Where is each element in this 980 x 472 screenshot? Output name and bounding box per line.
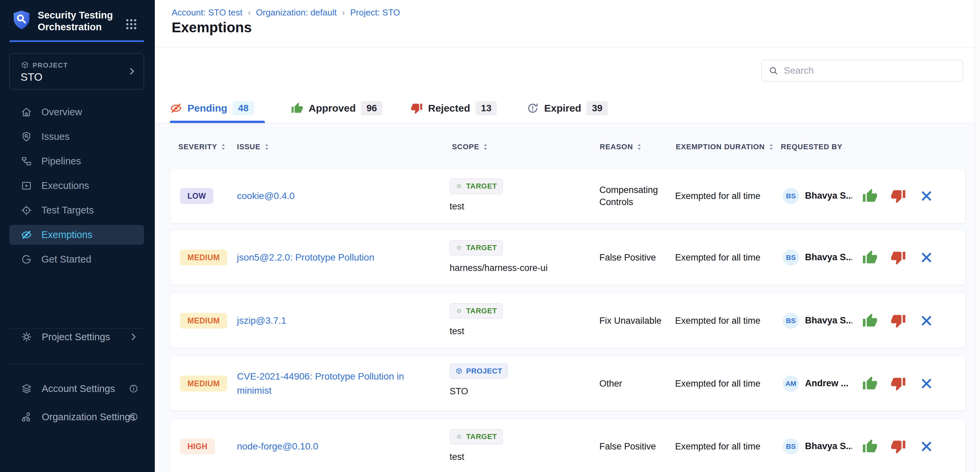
scope-type-badge: TARGET	[450, 179, 503, 194]
sidebar-item-project-settings[interactable]: Project Settings	[10, 327, 144, 347]
issue-link[interactable]: cookie@0.4.0	[237, 189, 434, 203]
requested-by-cell: BS Bhavya S...	[783, 249, 852, 266]
cube-icon	[455, 367, 463, 375]
settings-item-label: Organization Settings	[42, 412, 135, 423]
reject-button[interactable]	[891, 188, 906, 204]
requested-by-cell: BS Bhavya S...	[783, 439, 852, 455]
column-header-severity: SEVERITY	[178, 143, 217, 151]
scope-cell: PROJECT STO	[450, 363, 508, 397]
cancel-request-button[interactable]	[920, 377, 933, 390]
avatar: AM	[783, 375, 799, 392]
sidebar-item-test-targets[interactable]: Test Targets	[10, 200, 144, 220]
tab-rejected[interactable]: Rejected 13	[410, 100, 497, 117]
info-icon[interactable]	[129, 412, 138, 422]
scope-type-label: TARGET	[466, 243, 497, 252]
breadcrumb-account[interactable]: Account: STO test	[172, 7, 243, 18]
sidebar-item-get-started[interactable]: Get Started	[10, 249, 144, 269]
settings-item-label: Project Settings	[42, 331, 110, 342]
org-chart-icon	[21, 411, 32, 423]
tab-expired[interactable]: Expired 39	[527, 100, 608, 117]
breadcrumb-project[interactable]: Project: STO	[350, 7, 400, 18]
scope-type-badge: TARGET	[450, 240, 503, 255]
page-title: Exemptions	[172, 19, 252, 36]
sidebar-item-label: Pipelines	[41, 156, 81, 167]
reject-button[interactable]	[891, 376, 906, 391]
sidebar-item-account-settings[interactable]: Account Settings	[10, 379, 144, 399]
reason-cell: False Positive	[600, 251, 672, 263]
shield-logo-icon	[12, 10, 31, 30]
issue-link[interactable]: node-forge@0.10.0	[237, 439, 434, 453]
cancel-request-button[interactable]	[920, 440, 933, 453]
issue-link[interactable]: jszip@3.7.1	[237, 314, 434, 328]
column-header-exemption-duration: EXEMPTION DURATION	[676, 143, 765, 151]
sidebar-item-label: Get Started	[41, 254, 91, 265]
sidebar-item-label: Test Targets	[41, 205, 94, 216]
project-selector[interactable]: PROJECT STO	[10, 53, 144, 89]
cancel-request-button[interactable]	[920, 190, 933, 203]
target-icon	[455, 433, 463, 440]
pipelines-icon	[21, 156, 32, 167]
tab-count-badge: 13	[476, 101, 497, 115]
search-input[interactable]	[784, 65, 956, 76]
reject-button[interactable]	[891, 439, 906, 454]
cancel-request-button[interactable]	[920, 314, 933, 327]
cancel-request-button[interactable]	[920, 251, 933, 264]
sidebar-item-organization-settings[interactable]: Organization Settings	[10, 407, 144, 427]
project-selector-label: PROJECT	[33, 62, 68, 69]
scope-cell: TARGET test	[450, 179, 503, 212]
scrollbar-track[interactable]	[975, 0, 980, 472]
reject-button[interactable]	[891, 313, 906, 328]
info-icon[interactable]	[129, 383, 138, 394]
app-grid-icon[interactable]	[124, 17, 138, 31]
breadcrumb-organization[interactable]: Organization: default	[256, 7, 337, 18]
scope-name: test	[450, 452, 503, 462]
reject-button[interactable]	[891, 250, 906, 265]
requester-name: Bhavya S...	[805, 252, 852, 263]
sidebar-item-executions[interactable]: Executions	[10, 176, 144, 196]
approve-button[interactable]	[862, 376, 878, 391]
sort-icon[interactable]	[220, 143, 226, 151]
header-divider	[155, 47, 975, 48]
chevron-right-icon	[129, 332, 138, 342]
approve-button[interactable]	[862, 250, 878, 265]
table-row: MEDIUM CVE-2021-44906: Prototype Polluti…	[170, 356, 966, 411]
sidebar-item-exemptions[interactable]: Exemptions	[10, 225, 144, 245]
severity-badge: MEDIUM	[180, 313, 227, 328]
sort-icon[interactable]	[264, 143, 270, 151]
tab-pending[interactable]: Pending 48	[170, 100, 254, 117]
requester-name: Bhavya S...	[805, 441, 852, 451]
approve-button[interactable]	[862, 313, 878, 328]
sort-icon[interactable]	[768, 143, 774, 151]
sidebar-item-overview[interactable]: Overview	[10, 102, 144, 122]
avatar: BS	[783, 188, 799, 204]
scope-type-label: TARGET	[466, 182, 497, 191]
issue-link[interactable]: json5@2.2.0: Prototype Pollution	[237, 250, 434, 265]
scope-type-badge: PROJECT	[450, 363, 508, 379]
sidebar-divider	[10, 364, 144, 364]
sidebar-item-label: Exemptions	[41, 229, 92, 240]
gear-icon	[21, 331, 32, 342]
sidebar-item-issues[interactable]: Issues	[10, 127, 144, 147]
scope-name: test	[450, 201, 503, 212]
project-selector-value: STO	[21, 71, 42, 83]
settings-item-label: Account Settings	[42, 383, 115, 394]
sort-icon[interactable]	[636, 143, 642, 151]
scope-name: test	[450, 326, 503, 337]
tab-label: Approved	[309, 103, 356, 114]
app-brand: Security Testing Orchestration	[12, 10, 122, 33]
approve-button[interactable]	[862, 439, 878, 454]
scope-name: harness/harness-core-ui	[450, 263, 547, 273]
breadcrumb-separator: ›	[248, 8, 251, 17]
sort-icon[interactable]	[483, 143, 488, 151]
scope-cell: TARGET test	[450, 303, 503, 337]
requester-name: Andrew ...	[805, 378, 848, 389]
issue-link[interactable]: CVE-2021-44906: Prototype Pollution in m…	[237, 369, 434, 398]
sidebar-item-pipelines[interactable]: Pipelines	[10, 151, 144, 171]
app-title: Security Testing Orchestration	[38, 10, 122, 33]
breadcrumb: Account: STO test › Organization: defaul…	[172, 7, 400, 18]
requester-name: Bhavya S...	[805, 315, 852, 326]
approve-button[interactable]	[862, 188, 878, 204]
tab-approved[interactable]: Approved 96	[291, 100, 382, 117]
avatar: BS	[783, 439, 799, 455]
scope-cell: TARGET test	[450, 429, 503, 462]
